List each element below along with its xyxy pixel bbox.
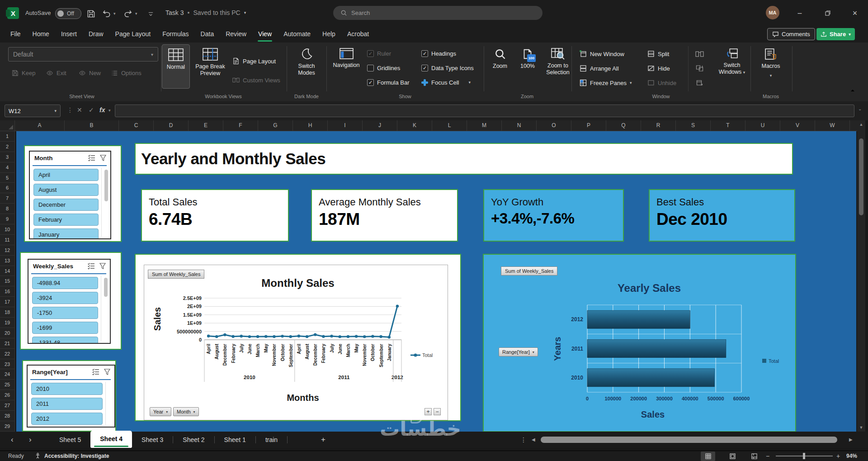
row-header-5[interactable]: 5: [0, 173, 14, 183]
slicer-filter-icon[interactable]: [99, 154, 107, 162]
scroll-down-arrow[interactable]: ▼: [857, 425, 865, 430]
ribbon-tab-automate[interactable]: Automate: [278, 26, 316, 43]
column-header-A[interactable]: A: [15, 120, 65, 131]
row-header-24[interactable]: 24: [0, 369, 14, 380]
new-window-button[interactable]: New Window: [580, 48, 624, 60]
save-button[interactable]: [87, 9, 97, 19]
undo-menu-chevron[interactable]: ▾: [113, 11, 116, 16]
row-header-9[interactable]: 9: [0, 214, 14, 224]
slicer-item[interactable]: -4988.94: [32, 277, 98, 289]
column-header-C[interactable]: C: [119, 120, 154, 131]
formula-bar-checkbox[interactable]: ✓Formula Bar: [367, 77, 410, 88]
column-header-R[interactable]: R: [641, 120, 676, 131]
exit-sheet-view-button[interactable]: Exit: [46, 67, 66, 79]
ribbon-tab-home[interactable]: Home: [27, 26, 55, 43]
sheet-nav-next[interactable]: ›: [29, 432, 32, 448]
document-title[interactable]: Task 3 • Saved to this PC ▾: [165, 9, 246, 16]
formula-input[interactable]: [115, 105, 854, 117]
row-header-8[interactable]: 8: [0, 204, 14, 214]
slicer-filter-icon[interactable]: [104, 368, 111, 375]
year-field-button[interactable]: Year▾: [150, 407, 171, 416]
row-header-27[interactable]: 27: [0, 400, 14, 411]
slicer-filter-icon[interactable]: [99, 262, 106, 270]
custom-views-button[interactable]: Custom Views: [232, 74, 280, 86]
quick-access-menu-icon[interactable]: [147, 9, 157, 19]
row-header-28[interactable]: 28: [0, 411, 14, 421]
ribbon-tab-page-layout[interactable]: Page Layout: [109, 26, 157, 43]
monthly-sales-chart[interactable]: Monthly Sales05000000001E+091.5E+092E+09…: [144, 265, 448, 420]
column-header-S[interactable]: S: [676, 120, 711, 131]
column-header-P[interactable]: P: [571, 120, 606, 131]
row-header-25[interactable]: 25: [0, 380, 14, 390]
keep-sheet-view-button[interactable]: Keep: [12, 67, 35, 79]
row-header-29[interactable]: 29: [0, 421, 14, 432]
page-layout-status-button[interactable]: [725, 451, 740, 461]
column-header-I[interactable]: I: [328, 120, 363, 131]
slicer-multiselect-icon[interactable]: [88, 154, 96, 162]
excel-app-icon[interactable]: X: [7, 7, 19, 19]
slicer-item[interactable]: December: [33, 199, 99, 211]
row-header-11[interactable]: 11: [0, 235, 14, 245]
chart-zoom-out-button[interactable]: −: [434, 408, 441, 415]
select-all-corner[interactable]: [0, 120, 15, 131]
row-header-6[interactable]: 6: [0, 183, 14, 193]
data-type-icons-checkbox[interactable]: ✓Data Type Icons: [421, 62, 474, 73]
slicer-range-year[interactable]: Range[Year] 201020112012: [27, 365, 115, 428]
hide-button[interactable]: Hide: [647, 62, 670, 74]
zoom-slider[interactable]: [776, 456, 833, 456]
arrange-all-button[interactable]: Arrange All: [580, 62, 619, 74]
page-layout-view-button[interactable]: Page Layout: [232, 55, 276, 67]
slicer-item[interactable]: 2010: [31, 383, 103, 395]
switch-modes-button[interactable]: Switch Modes: [290, 44, 323, 89]
range-year-filter-button[interactable]: Range[Year]▾: [499, 347, 538, 356]
row-header-2[interactable]: 2: [0, 142, 14, 152]
autosave-toggle[interactable]: Off: [55, 8, 81, 19]
pivot-field-button[interactable]: Sum of Weekly_Sales: [501, 266, 557, 276]
slicer-item[interactable]: -1331.48: [32, 337, 98, 344]
hscroll-right-arrow[interactable]: ▶: [849, 437, 853, 442]
switch-windows-button[interactable]: Switch Windows ▾: [715, 44, 749, 89]
row-header-16[interactable]: 16: [0, 286, 14, 297]
scroll-up-arrow[interactable]: ▲: [857, 122, 865, 127]
title-chevron[interactable]: ▾: [244, 10, 246, 15]
share-button[interactable]: Share ▾: [816, 28, 855, 40]
column-header-T[interactable]: T: [711, 120, 745, 131]
add-sheet-button[interactable]: +: [316, 432, 330, 448]
view-side-by-side-icon[interactable]: [695, 48, 704, 60]
insert-function-button[interactable]: fx: [99, 106, 105, 114]
restore-button[interactable]: [816, 0, 839, 26]
row-header-3[interactable]: 3: [0, 152, 14, 162]
row-header-21[interactable]: 21: [0, 338, 14, 349]
focus-cell-button[interactable]: Focus Cell ▾: [421, 77, 471, 88]
navigation-button[interactable]: Navigation: [328, 44, 364, 89]
tab-options-icon[interactable]: ⋮: [519, 432, 528, 448]
horizontal-scroll-thumb[interactable]: [541, 437, 837, 443]
page-break-status-button[interactable]: [747, 451, 761, 461]
pivot-field-button[interactable]: Sum of Weekly_Sales: [148, 270, 204, 279]
normal-view-status-button[interactable]: [701, 451, 715, 461]
insert-function-chevron[interactable]: ▾: [108, 108, 111, 113]
search-input[interactable]: Search: [333, 6, 542, 20]
macros-button[interactable]: Macros▾: [755, 44, 787, 89]
slicer-item[interactable]: January: [33, 228, 99, 239]
zoom-percentage[interactable]: 94%: [846, 453, 857, 459]
row-header-4[interactable]: 4: [0, 162, 14, 173]
sheet-nav-prev[interactable]: ‹: [11, 432, 14, 448]
row-header-10[interactable]: 10: [0, 224, 14, 235]
row-header-22[interactable]: 22: [0, 349, 14, 359]
column-header-N[interactable]: N: [502, 120, 537, 131]
ribbon-tab-review[interactable]: Review: [220, 26, 252, 43]
row-header-7[interactable]: 7: [0, 193, 14, 204]
page-break-preview-button[interactable]: Page Break Preview: [192, 44, 229, 89]
zoom-in-button[interactable]: +: [836, 452, 840, 460]
slicer-item[interactable]: 2012: [31, 413, 103, 425]
freeze-panes-button[interactable]: Freeze Panes▾: [580, 77, 632, 89]
month-field-button[interactable]: Month▾: [173, 407, 199, 416]
ribbon-collapse-chevron[interactable]: [849, 87, 856, 94]
redo-menu-chevron[interactable]: ▾: [135, 11, 137, 16]
column-header-O[interactable]: O: [537, 120, 571, 131]
row-header-14[interactable]: 14: [0, 266, 14, 276]
column-header-G[interactable]: G: [258, 120, 293, 131]
comments-button[interactable]: Comments: [767, 28, 815, 40]
formula-bar-expand-chevron[interactable]: ⌄: [858, 106, 862, 111]
